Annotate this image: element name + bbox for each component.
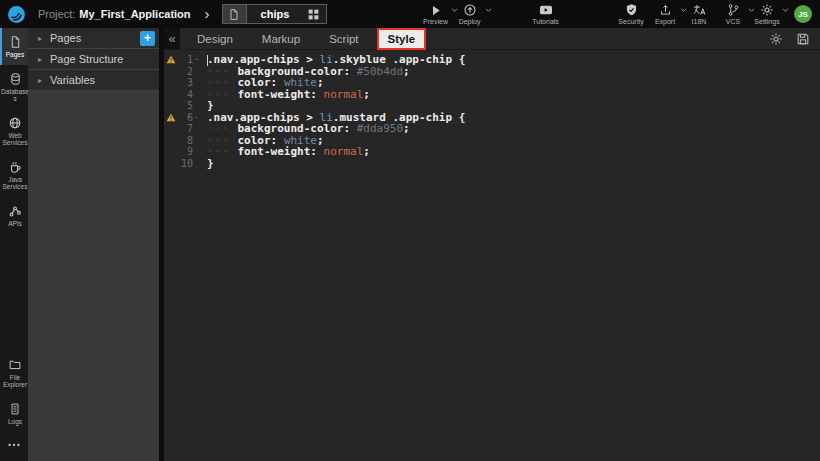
wavemaker-logo-icon	[7, 5, 26, 24]
globe-icon	[8, 116, 22, 130]
style-code-editor[interactable]: 1-.nav.app-chips > li.skyblue .app-chip …	[164, 50, 820, 461]
wavemaker-logo[interactable]	[0, 0, 32, 28]
caret-down-icon	[485, 8, 492, 13]
gutter: 1-	[164, 54, 200, 66]
line-number: 8	[177, 135, 193, 147]
line-number: 2	[177, 66, 193, 78]
rail-item-label: File Explorer	[1, 374, 29, 389]
export-icon	[659, 4, 672, 17]
token-punc: ;	[363, 88, 370, 101]
branch-icon	[727, 4, 740, 17]
rail-item-file-explorer[interactable]: File Explorer	[0, 351, 28, 395]
user-avatar[interactable]: JS	[794, 5, 812, 23]
gutter: 4	[164, 89, 200, 101]
gutter: 2	[164, 66, 200, 78]
play-icon	[430, 4, 442, 17]
main-area: « DesignMarkupScriptStyle	[164, 28, 820, 461]
top-bar: Project: My_First_Application › chips Pr…	[0, 0, 820, 28]
token-plain	[350, 122, 357, 135]
save-button[interactable]	[796, 32, 810, 46]
panel-section-label: Pages	[50, 32, 81, 44]
tab-style[interactable]: Style	[379, 30, 425, 48]
export-button[interactable]: Export	[648, 0, 682, 28]
line-number: 10	[177, 158, 193, 170]
token-punc: ;	[363, 145, 370, 158]
settings-label: Settings	[754, 18, 779, 25]
gutter: 10	[164, 158, 200, 170]
token-key: normal	[324, 145, 364, 158]
line-number: 9	[177, 146, 193, 158]
collapse-chevron-icon: «	[168, 31, 175, 46]
code-line: 4··· font-weight: normal;	[164, 89, 820, 101]
warning-icon	[164, 55, 177, 64]
security-button[interactable]: Security	[614, 0, 648, 28]
collapse-panel-button[interactable]: «	[164, 28, 180, 49]
ellipsis-icon	[7, 441, 21, 449]
rail-item-apis[interactable]: APIs	[0, 197, 28, 234]
rail-item-label: Web Services	[1, 132, 29, 147]
panel-section-label: Variables	[50, 74, 95, 86]
line-number: 6	[177, 112, 193, 124]
caret-down-icon	[782, 8, 789, 13]
token-punc: {	[459, 53, 466, 66]
chevron-right-icon: ▸	[38, 55, 42, 64]
i18n-button[interactable]: I18N	[682, 0, 716, 28]
token-plain	[317, 88, 324, 101]
more-options-button[interactable]	[0, 431, 28, 461]
panel-section-page-structure[interactable]: ▸Page Structure	[28, 49, 159, 70]
save-icon	[796, 32, 810, 46]
token-plain	[317, 145, 324, 158]
tab-design[interactable]: Design	[188, 30, 242, 48]
gutter: 9	[164, 146, 200, 158]
toolbar-right-group: SecurityExportI18NVCSSettings	[614, 0, 784, 28]
gear-icon	[769, 32, 783, 46]
database-icon	[9, 72, 22, 86]
chevron-right-icon: ▸	[38, 76, 42, 85]
rail-item-label: Pages	[1, 51, 29, 59]
panel-section-variables[interactable]: ▸Variables	[28, 70, 159, 91]
project-name: My_First_Application	[79, 8, 190, 20]
token-punc: ;	[403, 122, 410, 135]
deploy-button[interactable]: Deploy	[453, 0, 487, 28]
token-prop: font-weight:	[238, 145, 317, 158]
toolbar-left-group: PreviewDeployTutorials	[419, 0, 563, 28]
line-number: 1	[177, 54, 193, 66]
translate-icon	[692, 4, 707, 17]
rail-item-logs[interactable]: Logs	[0, 395, 28, 432]
page-settings-button[interactable]	[769, 32, 783, 46]
panel-sections: ▸Pages+▸Page Structure▸Variables	[28, 28, 159, 91]
rail-item-pages[interactable]: Pages	[0, 28, 28, 65]
export-label: Export	[655, 18, 675, 25]
vcs-button[interactable]: VCS	[716, 0, 750, 28]
preview-button[interactable]: Preview	[419, 0, 453, 28]
settings-button[interactable]: Settings	[750, 0, 784, 28]
panel-section-pages[interactable]: ▸Pages+	[28, 28, 159, 49]
breadcrumb-chevron-icon: ›	[205, 0, 210, 28]
tutorials-button[interactable]: Tutorials	[529, 0, 563, 28]
video-icon	[539, 4, 553, 17]
preview-label: Preview	[423, 18, 448, 25]
rail-item-java-services[interactable]: Java Services	[0, 153, 28, 197]
rail-spacer	[0, 233, 28, 351]
gutter: 8	[164, 135, 200, 147]
rail-item-label: Logs	[1, 418, 29, 426]
rail-item-databases[interactable]: Databases	[0, 65, 28, 109]
page-tab-label: chips	[247, 8, 305, 20]
add-page-button[interactable]: +	[140, 31, 155, 46]
rail-item-web-services[interactable]: Web Services	[0, 109, 28, 153]
grid-icon[interactable]	[305, 8, 326, 21]
fold-marker[interactable]: -	[193, 54, 200, 66]
token-punc: }	[207, 157, 214, 170]
code-text: ··· font-weight: normal;	[200, 89, 370, 101]
page-tab-chips[interactable]: chips	[222, 4, 327, 24]
tab-markup[interactable]: Markup	[253, 30, 309, 48]
warning-icon	[164, 113, 177, 122]
rail-top-items: PagesDatabasesWeb ServicesJava ServicesA…	[0, 28, 28, 233]
line-number: 3	[177, 77, 193, 89]
code-text: }	[200, 158, 214, 170]
fold-marker[interactable]: -	[193, 112, 200, 124]
token-punc: ;	[403, 65, 410, 78]
body-row: PagesDatabasesWeb ServicesJava ServicesA…	[0, 28, 820, 461]
tab-script[interactable]: Script	[320, 30, 367, 48]
project-breadcrumb: Project: My_First_Application	[38, 8, 191, 20]
